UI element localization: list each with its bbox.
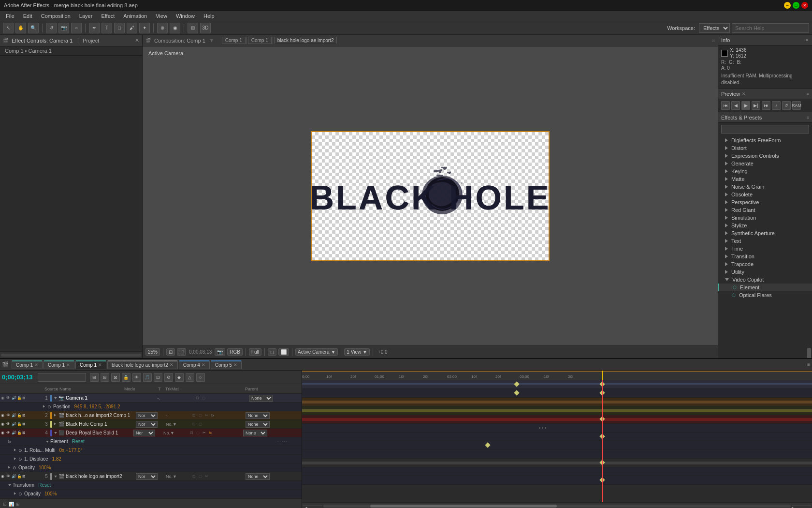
effects-presets-close[interactable]: ≡ (807, 115, 809, 120)
tl-btn-5[interactable]: 👁 (132, 373, 141, 382)
layer-2-expand[interactable] (54, 413, 58, 418)
timeline-graph[interactable]: 📊 (9, 502, 14, 507)
layer-3-video[interactable]: 👁 (6, 422, 11, 426)
effect-optical-flares[interactable]: ⬡Optical Flares (718, 291, 812, 299)
menu-view[interactable]: View (152, 12, 171, 20)
layer-1-expand[interactable] (54, 395, 58, 401)
maximize-button[interactable]: □ (793, 2, 799, 9)
layer-2-solo[interactable]: ◉ (1, 413, 6, 418)
puppet-tool[interactable]: ✦ (139, 23, 150, 33)
effect-noise-grain[interactable]: Noise & Grain (718, 183, 812, 191)
layer-1-pos-stopwatch[interactable]: ⊙ (47, 404, 53, 409)
layer-5-parent-select[interactable]: None (246, 473, 270, 480)
layer-3-parent-select[interactable]: None (246, 421, 270, 428)
effect-generate[interactable]: Generate (718, 160, 812, 167)
layer-4-rota-expand[interactable] (14, 448, 18, 453)
paint-tool[interactable]: 🖌 (127, 23, 137, 33)
show-channel[interactable]: RGB (227, 348, 243, 356)
menu-composition[interactable]: Composition (37, 12, 74, 20)
view-layout[interactable]: 1 View ▼ (344, 348, 370, 356)
layer-5-lock[interactable]: 🔒 (17, 474, 22, 478)
layer-5-audio[interactable]: 🔊 (12, 474, 16, 478)
hand-tool[interactable]: ✋ (15, 23, 26, 33)
layer-1-audio[interactable]: 🔊 (12, 396, 16, 400)
layer-4-audio[interactable]: 🔊 (12, 431, 16, 435)
preview-quality[interactable]: ⬚ (177, 348, 186, 356)
menu-window[interactable]: Window (172, 12, 199, 20)
layer-2-mode-select[interactable]: Nor (136, 412, 158, 419)
preview-ram[interactable]: RAM (792, 101, 801, 110)
layer-5-expand[interactable] (54, 474, 58, 479)
layer-2-audio[interactable]: 🔊 (12, 413, 16, 418)
layer-1-video[interactable]: 👁 (6, 396, 11, 400)
effects-scrollbar-thumb[interactable] (807, 348, 811, 358)
selection-tool[interactable]: ↖ (3, 23, 14, 33)
effect-perspective[interactable]: Perspective (718, 198, 812, 206)
layer-3-mode-select[interactable]: Nor (136, 421, 158, 428)
layer-1-collapse[interactable]: ⊠ (22, 396, 27, 400)
timeline-tab-comp5[interactable]: Comp 5 ✕ (211, 360, 242, 369)
tl-btn-9[interactable]: △ (186, 373, 194, 382)
preview-last-frame[interactable]: ⏭ (762, 101, 770, 110)
effect-stylize[interactable]: Stylize (718, 222, 812, 229)
scroll-left-btn[interactable]: ◀ (303, 506, 322, 506)
layer-3-lock[interactable]: 🔒 (17, 422, 22, 426)
effect-simulation[interactable]: Simulation (718, 214, 812, 222)
text-tool[interactable]: T (102, 23, 112, 33)
close-button[interactable]: ✕ (801, 2, 808, 9)
zoom-tool[interactable]: 🔍 (28, 23, 39, 33)
menu-help[interactable]: Help (200, 12, 218, 20)
timeline-timecode[interactable]: 0;00;03;13 (2, 374, 33, 381)
effect-expression[interactable]: Expression Controls (718, 152, 812, 160)
layer-2-video[interactable]: 👁 (6, 413, 11, 418)
layer-2-fx-icon[interactable]: fx (211, 413, 217, 418)
tl-btn-10[interactable]: ○ (196, 373, 205, 382)
camera-tool[interactable]: 📷 (58, 23, 69, 33)
effects-search-input[interactable] (721, 125, 809, 134)
layer-2-parent-select[interactable]: None (246, 412, 270, 419)
layer-1-pos-expand[interactable] (43, 404, 47, 409)
layer-1-solo[interactable]: ◉ (1, 396, 6, 400)
preview-next-frame[interactable]: ▶| (752, 101, 760, 110)
search-help-input[interactable] (732, 23, 809, 33)
layer-4-opacity-expand[interactable] (8, 465, 13, 470)
minimize-button[interactable]: – (784, 2, 791, 9)
info-panel-close[interactable]: ✕ (805, 38, 809, 43)
effect-synthetic-aperture[interactable]: Synthetic Aperture (718, 229, 812, 237)
timeline-graph2[interactable]: ⊞ (16, 502, 20, 507)
layer-5-opacity-expand[interactable] (14, 491, 18, 496)
tl-btn-keyframe[interactable]: ◆ (175, 373, 184, 382)
layer-4-opacity-stopwatch[interactable]: ⊙ (13, 465, 18, 470)
layer-4-element-expand[interactable] (45, 439, 50, 444)
layer-5-collapse[interactable]: ⊠ (22, 474, 27, 478)
layer-3-collapse[interactable]: ⊠ (22, 422, 27, 426)
menu-file[interactable]: File (2, 12, 18, 20)
fit-control[interactable]: ⊡ (166, 348, 175, 356)
timeline-scrollbar[interactable] (323, 505, 791, 508)
kf-diamond-4c[interactable] (599, 433, 605, 439)
comp-tab-black-hole[interactable]: black hole logo ae import2 (274, 37, 337, 44)
kf-diamond-5c[interactable] (599, 477, 605, 482)
layer-5-opacity-value[interactable]: 100% (44, 491, 57, 496)
effect-transition[interactable]: Transition (718, 253, 812, 260)
effect-utility[interactable]: Utility (718, 268, 812, 276)
comp-tab-2[interactable]: Comp 1 (248, 37, 272, 44)
layer-2-collapse[interactable]: ⊠ (22, 413, 27, 418)
tl-btn-6[interactable]: 🎵 (143, 373, 152, 382)
layer-5-mode-select[interactable]: Nor (136, 473, 158, 480)
rotate-tool[interactable]: ↺ (46, 23, 57, 33)
layer-4-solo[interactable]: ◉ (1, 431, 6, 435)
layer-5-opacity-stopwatch[interactable]: ⊙ (18, 492, 24, 496)
timeline-tab-comp1-2[interactable]: Comp 1 ✕ (44, 360, 74, 369)
layer-4-displace-value[interactable]: 1.82 (52, 456, 61, 462)
scroll-right-btn[interactable]: ▶ (792, 506, 811, 506)
layer-4-mode-select[interactable]: Nor (133, 430, 155, 436)
effect-red-giant[interactable]: Red Giant (718, 206, 812, 214)
layer-4-video[interactable]: 👁 (6, 431, 11, 435)
snapshot-btn[interactable]: 📷 (215, 348, 225, 356)
layer-1-parent-select[interactable]: None (249, 395, 273, 402)
shape-tool[interactable]: □ (114, 23, 125, 33)
layer-4-collapse[interactable]: ⊠ (22, 431, 27, 435)
comp-tab-1[interactable]: Comp 1 (222, 37, 246, 44)
effect-digieffects[interactable]: Digieffects FreeForm (718, 136, 812, 144)
